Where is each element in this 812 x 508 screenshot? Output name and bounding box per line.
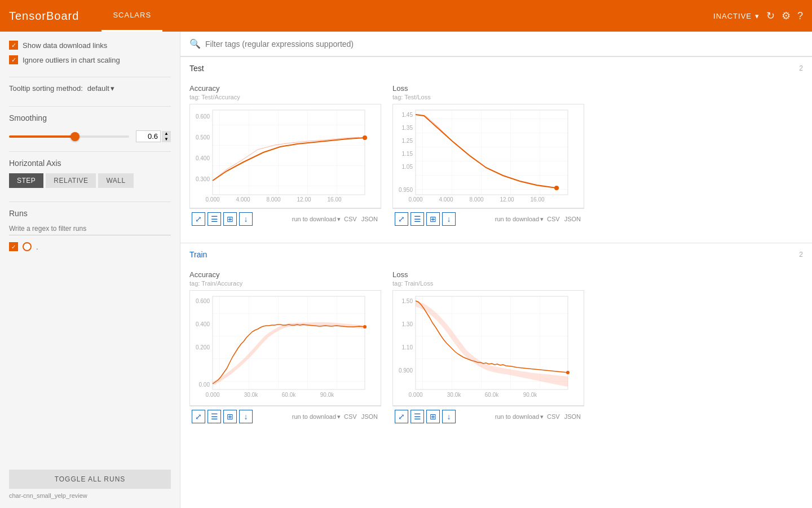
axis-btn-wall[interactable]: WALL [98,173,133,188]
spin-up[interactable]: ▲ [162,131,171,137]
run-to-download-dropdown[interactable]: run to download ▾ [292,216,341,223]
slider-fill [9,135,75,138]
expand-button[interactable]: ⤢ [192,212,205,226]
section-test-count: 2 [799,64,803,72]
test-accuracy-svg-container: 0.600 0.500 0.400 0.300 0.000 4.000 8.00… [189,104,381,208]
train-loss-json[interactable]: JSON [563,413,582,420]
json-button[interactable]: JSON [360,216,379,222]
svg-text:12.00: 12.00 [297,196,311,203]
train-acc-download[interactable]: ↓ [239,410,253,423]
filter-input[interactable] [205,40,803,49]
menu-button[interactable]: ☰ [208,212,221,226]
axis-buttons: STEP RELATIVE WALL [9,173,171,188]
train-acc-json[interactable]: JSON [360,413,379,420]
csv-button[interactable]: CSV [343,216,358,222]
train-acc-menu[interactable]: ☰ [208,410,221,423]
svg-text:4.000: 4.000 [439,196,453,203]
train-loss-subtitle: tag: Train/Loss [392,280,584,287]
search-icon: 🔍 [189,38,201,49]
horizontal-axis-label: Horizontal Axis [9,159,171,168]
status-dropdown[interactable]: INACTIVE ▾ [713,12,760,20]
section-train-count: 2 [799,251,803,259]
spin-down[interactable]: ▼ [162,137,171,142]
svg-text:60.0k: 60.0k [282,392,296,398]
csv-button-loss[interactable]: CSV [546,216,561,222]
svg-text:1.45: 1.45 [402,112,413,118]
settings-icon[interactable]: ⚙ [782,10,791,22]
smoothing-label: Smoothing [9,113,171,122]
train-loss-download-btn[interactable]: ↓ [442,410,456,423]
train-acc-expand[interactable]: ⤢ [192,410,205,423]
svg-point-33 [363,325,367,329]
section-test-header[interactable]: Test 2 [180,57,812,80]
svg-text:0.000: 0.000 [205,392,219,398]
nav-scalars[interactable]: SCALARS [102,0,162,32]
axis-btn-step[interactable]: STEP [9,173,43,188]
tooltip-sorting-select[interactable]: default ▾ [87,84,114,93]
toggle-all-runs-button[interactable]: TOGGLE ALL RUNS [9,470,171,489]
train-loss-expand[interactable]: ⤢ [395,410,408,423]
train-loss-chart-card: Loss tag: Train/Loss 1.50 [392,270,584,427]
train-accuracy-svg: 0.600 0.400 0.200 0.00 0.000 30.0k 60.0k… [190,291,370,404]
train-loss-run-download[interactable]: run to download ▾ [495,413,544,421]
svg-text:0.000: 0.000 [408,392,422,398]
spin-buttons: ▲ ▼ [162,131,171,142]
smoothing-slider[interactable] [9,135,129,138]
svg-text:0.950: 0.950 [399,187,413,193]
train-acc-select[interactable]: ⊞ [223,410,237,423]
svg-text:0.500: 0.500 [196,134,210,141]
svg-text:0.400: 0.400 [196,321,210,327]
svg-text:4.000: 4.000 [236,196,250,203]
section-train-header[interactable]: Train 2 [180,243,812,266]
expand-button-loss[interactable]: ⤢ [395,212,408,226]
svg-text:16.00: 16.00 [530,196,544,203]
download-button-loss[interactable]: ↓ [442,212,456,226]
svg-text:30.0k: 30.0k [447,392,461,398]
svg-rect-0 [213,110,365,195]
train-acc-run-download[interactable]: run to download ▾ [292,413,341,421]
show-data-download-option: ✓ Show data download links [9,41,171,50]
test-accuracy-title: Accuracy [189,84,381,93]
svg-text:0.00: 0.00 [199,382,210,388]
axis-btn-relative[interactable]: RELATIVE [46,173,96,188]
show-data-download-checkbox[interactable]: ✓ [9,41,18,50]
runs-filter-input[interactable] [9,222,171,235]
download-button[interactable]: ↓ [239,212,253,226]
tooltip-sorting-arrow: ▾ [111,84,114,93]
train-accuracy-toolbar: ⤢ ☰ ⊞ ↓ run to download ▾ CSV JSON [189,406,381,427]
run-checkbox[interactable]: ✓ [9,242,18,251]
train-loss-title: Loss [392,270,584,279]
help-icon[interactable]: ? [797,10,803,22]
svg-text:90.0k: 90.0k [320,392,334,398]
section-train-title: Train [189,250,207,259]
svg-point-10 [363,135,367,140]
test-loss-chart-card: Loss tag: Test/Loss 1.45 [392,84,584,229]
ignore-outliers-checkbox[interactable]: ✓ [9,55,18,64]
train-loss-csv[interactable]: CSV [546,413,561,420]
svg-text:0.600: 0.600 [196,298,210,304]
tooltip-sorting-label: Tooltip sorting method: [9,84,83,93]
svg-text:1.05: 1.05 [402,164,413,170]
smoothing-input[interactable] [136,130,161,142]
menu-button-loss[interactable]: ☰ [411,212,424,226]
train-loss-menu[interactable]: ☰ [411,410,424,423]
test-loss-subtitle: tag: Test/Loss [392,94,584,100]
train-accuracy-subtitle: tag: Train/Accuracy [189,280,381,287]
train-loss-select[interactable]: ⊞ [426,410,440,423]
main-content: 🔍 Test 2 Accuracy tag: Test/Accuracy [180,32,812,508]
header-nav: SCALARS [102,0,162,32]
section-train: Train 2 Accuracy tag: Train/Accuracy [180,243,812,440]
train-acc-csv[interactable]: CSV [343,413,358,420]
test-accuracy-subtitle: tag: Test/Accuracy [189,94,381,100]
select-button-loss[interactable]: ⊞ [426,212,440,226]
refresh-icon[interactable]: ↻ [766,10,775,22]
test-loss-title: Loss [392,84,584,93]
json-button-loss[interactable]: JSON [563,216,582,222]
run-to-download-dropdown-loss[interactable]: run to download ▾ [495,216,544,223]
select-button[interactable]: ⊞ [223,212,237,226]
run-download-arrow: ▾ [337,216,341,223]
test-accuracy-toolbar: ⤢ ☰ ⊞ ↓ run to download ▾ CSV JSON [189,208,381,229]
slider-thumb [70,132,80,141]
ignore-outliers-option: ✓ Ignore outliers in chart scaling [9,55,171,64]
dropdown-arrow: ▾ [755,12,760,20]
